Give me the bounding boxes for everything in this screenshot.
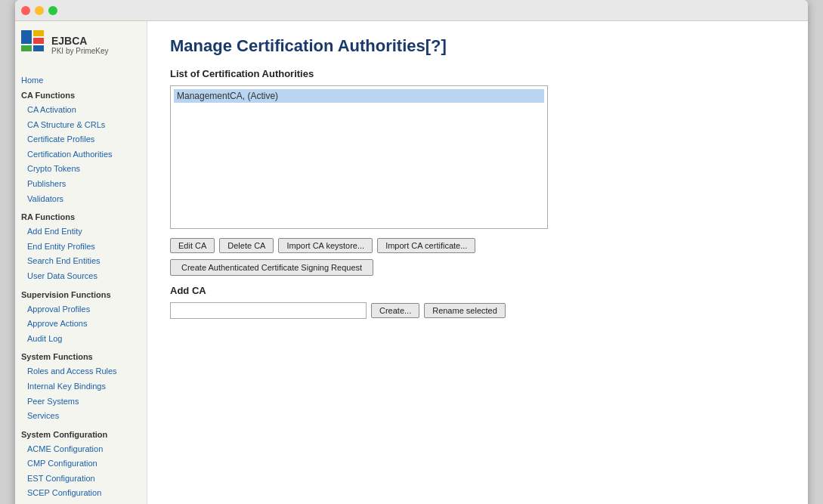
sidebar-item-system-config[interactable]: System Configuration [21, 501, 141, 504]
delete-ca-button[interactable]: Delete CA [219, 238, 274, 253]
edit-ca-button[interactable]: Edit CA [170, 238, 215, 253]
sidebar-item-acme-config[interactable]: ACME Configuration [21, 442, 141, 457]
sidebar-item-internal-key-bindings[interactable]: Internal Key Bindings [21, 379, 141, 394]
content-area: Manage Certification Authorities[?] List… [147, 21, 808, 504]
svg-rect-0 [21, 30, 32, 44]
sidebar-item-user-data-sources[interactable]: User Data Sources [21, 269, 141, 284]
list-section-label: List of Certification Authorities [170, 68, 785, 79]
svg-rect-2 [33, 38, 44, 44]
create-ca-button[interactable]: Create... [371, 303, 419, 318]
sidebar-section-title: RA Functions [21, 212, 141, 221]
sidebar-home-link[interactable]: Home [21, 76, 141, 85]
sidebar-section-title: System Configuration [21, 430, 141, 439]
sidebar-item-certificate-profiles[interactable]: Certificate Profiles [21, 132, 141, 147]
sidebar-item-est-config[interactable]: EST Configuration [21, 472, 141, 487]
ca-list-item[interactable]: ManagementCA, (Active) [174, 89, 544, 103]
sidebar-item-cmp-config[interactable]: CMP Configuration [21, 456, 141, 472]
sidebar-item-search-end-entities[interactable]: Search End Entities [21, 254, 141, 269]
logo-area: EJBCA PKI by PrimeKey [21, 30, 141, 65]
sidebar-item-approve-actions[interactable]: Approve Actions [21, 317, 141, 332]
sidebar-item-approval-profiles[interactable]: Approval Profiles [21, 302, 141, 317]
svg-rect-4 [33, 45, 44, 51]
sidebar-item-audit-log[interactable]: Audit Log [21, 332, 141, 347]
sidebar-section-title: Supervision Functions [21, 290, 141, 299]
sidebar-item-ca-activation[interactable]: CA Activation [21, 103, 141, 118]
logo-ejbca-label: EJBCA [51, 35, 109, 47]
sidebar-section-title: CA Functions [21, 91, 141, 100]
add-ca-title: Add CA [170, 285, 785, 296]
sidebar-section-title: System Functions [21, 352, 141, 361]
create-csr-button[interactable]: Create Authenticated Certificate Signing… [170, 259, 373, 276]
ejbca-logo-icon [21, 30, 45, 59]
sidebar-item-end-entity-profiles[interactable]: End Entity Profiles [21, 240, 141, 255]
import-keystore-button[interactable]: Import CA keystore... [278, 238, 373, 253]
svg-rect-3 [21, 45, 32, 51]
csr-button-row: Create Authenticated Certificate Signing… [170, 259, 785, 276]
sidebar-item-roles-access-rules[interactable]: Roles and Access Rules [21, 364, 141, 379]
logo-text: EJBCA PKI by PrimeKey [51, 35, 109, 55]
add-ca-section: Add CA Create... Rename selected [170, 285, 785, 319]
sidebar-item-add-end-entity[interactable]: Add End Entity [21, 224, 141, 240]
sidebar-item-validators[interactable]: Validators [21, 192, 141, 207]
svg-rect-1 [33, 30, 44, 36]
sidebar: EJBCA PKI by PrimeKey Home CA FunctionsC… [15, 21, 147, 504]
sidebar-item-certification-authorities[interactable]: Certification Authorities [21, 147, 141, 162]
sidebar-item-services[interactable]: Services [21, 409, 141, 424]
rename-selected-button[interactable]: Rename selected [424, 303, 506, 318]
close-button[interactable] [21, 6, 30, 15]
page-title: Manage Certification Authorities[?] [170, 36, 785, 56]
sidebar-item-ca-structure-crls[interactable]: CA Structure & CRLs [21, 118, 141, 133]
ca-action-buttons: Edit CA Delete CA Import CA keystore... … [170, 238, 785, 253]
sidebar-item-peer-systems[interactable]: Peer Systems [21, 394, 141, 410]
sidebar-item-publishers[interactable]: Publishers [21, 177, 141, 192]
sidebar-sections: CA FunctionsCA ActivationCA Structure & … [21, 91, 141, 504]
import-certificate-button[interactable]: Import CA certificate... [377, 238, 475, 253]
minimize-button[interactable] [35, 6, 44, 15]
ca-list-box[interactable]: ManagementCA, (Active) [170, 85, 548, 229]
add-ca-input[interactable] [170, 302, 367, 319]
logo-subtitle-label: PKI by PrimeKey [51, 47, 109, 55]
maximize-button[interactable] [48, 6, 57, 15]
add-ca-row: Create... Rename selected [170, 302, 785, 319]
sidebar-item-crypto-tokens[interactable]: Crypto Tokens [21, 162, 141, 177]
sidebar-item-scep-config[interactable]: SCEP Configuration [21, 486, 141, 501]
